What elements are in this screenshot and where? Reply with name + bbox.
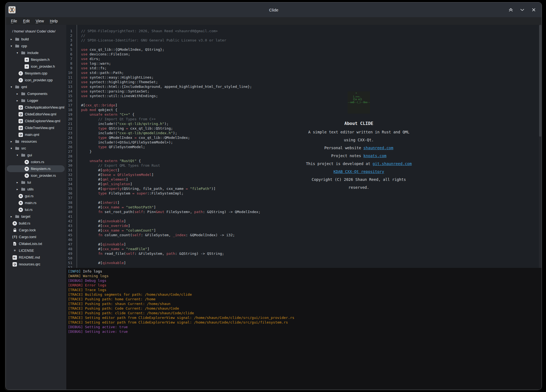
tree-item-label: icon_provider.h bbox=[31, 64, 55, 68]
tree-item-icon-provider-rs[interactable]: Ricon_provider.rs bbox=[7, 172, 65, 179]
about-line: This project is developed at git.shaunre… bbox=[302, 160, 416, 168]
menu-file[interactable]: File bbox=[8, 18, 20, 24]
tree-item-qml[interactable]: ▾qml bbox=[7, 83, 65, 90]
folder-icon bbox=[21, 99, 25, 102]
menu-edit[interactable]: Edit bbox=[21, 18, 32, 24]
text-file-icon bbox=[13, 242, 17, 246]
code-line: use syntect::highlighting::ThemeSet; bbox=[81, 80, 542, 84]
chevron-expanded-icon[interactable]: ▾ bbox=[11, 85, 15, 88]
tree-item-include[interactable]: ▾include bbox=[7, 49, 65, 56]
titlebar: Clide bbox=[6, 2, 542, 17]
about-link-git-shaunreed-com[interactable]: git.shaunreed.com bbox=[373, 161, 412, 166]
about-panel: * |.===. {}o o{} --ooO--(_)--Ooo-- About… bbox=[302, 91, 416, 191]
tree-item-label: CMakeLists.txt bbox=[19, 242, 42, 246]
tree-item-utils[interactable]: ▸utils bbox=[7, 186, 65, 193]
tree-item-src[interactable]: ▾src bbox=[7, 145, 65, 152]
line-number: 51 bbox=[66, 261, 72, 265]
code-line: // SPDX-FileCopyrightText: 2026, Shaun R… bbox=[81, 29, 542, 33]
tree-item-filesystem-rs[interactable]: Rfilesystem.rs bbox=[7, 165, 65, 172]
tree-item-components[interactable]: ▸Components bbox=[7, 90, 65, 97]
tree-item-clideexplorerview-qml[interactable]: QtClideExplorerView.qml bbox=[7, 118, 65, 124]
tree-item-icon-provider-cpp[interactable]: Cicon_provider.cpp bbox=[7, 77, 65, 83]
tree-item-cargo-lock[interactable]: Cargo.lock bbox=[7, 227, 65, 234]
tree-item-filesystem-h[interactable]: Hfilesystem.h bbox=[7, 56, 65, 63]
minimize-button[interactable] bbox=[520, 7, 525, 12]
line-number: 8 bbox=[66, 61, 72, 66]
line-number: 31 bbox=[66, 168, 72, 172]
folder-icon bbox=[15, 140, 19, 143]
tree-item-colors-rs[interactable]: Rcolors.rs bbox=[7, 158, 65, 165]
qt-file-icon: Qt bbox=[19, 105, 23, 110]
about-links: Personal website shaunreed.comProject no… bbox=[302, 144, 416, 176]
line-number: 23 bbox=[66, 131, 72, 135]
tree-item-label: filesystem.rs bbox=[31, 167, 50, 171]
tree-item-cmakelists-txt[interactable]: CMakeLists.txt bbox=[7, 240, 65, 247]
tree-item-resources[interactable]: ▸resources bbox=[7, 138, 65, 145]
tree-item-main-qml[interactable]: Qtmain.qml bbox=[7, 131, 65, 138]
tree-item-readme-md[interactable]: M↓README.md bbox=[7, 254, 65, 261]
tree-item-gui-rs[interactable]: Rgui.rs bbox=[7, 193, 65, 199]
chevron-collapsed-icon[interactable]: ▸ bbox=[11, 140, 15, 143]
code-line: #[qinvokable] bbox=[81, 261, 542, 265]
rust-file-icon: R bbox=[25, 160, 29, 164]
menu-view[interactable]: View bbox=[33, 18, 46, 24]
tree-item-icon-provider-h[interactable]: Hicon_provider.h bbox=[7, 63, 65, 70]
tree-item-label: tui bbox=[27, 180, 31, 184]
chevron-expanded-icon[interactable]: ▾ bbox=[11, 44, 15, 47]
tree-item-label: ClideApplicationView.qml bbox=[25, 105, 64, 109]
tree-item-label: include bbox=[27, 51, 38, 55]
tree-item-filesystem-cpp[interactable]: Cfilesystem.cpp bbox=[7, 70, 65, 77]
tree-item-label: resources.qrc bbox=[19, 262, 40, 266]
chevron-collapsed-icon[interactable]: ▸ bbox=[17, 188, 21, 191]
tree-item-build[interactable]: ▸build bbox=[7, 36, 65, 43]
tree-item-clideapplicationview-qml[interactable]: QtClideApplicationView.qml bbox=[7, 104, 65, 111]
tree-item-label: Cargo.toml bbox=[19, 235, 36, 239]
tree-item-target[interactable]: ▸target bbox=[7, 213, 65, 220]
code-editor[interactable]: 1234567891011121314151617181920212223242… bbox=[66, 25, 542, 268]
tree-item-label: LICENSE bbox=[19, 249, 34, 253]
tree-item-main-rs[interactable]: Rmain.rs bbox=[7, 199, 65, 206]
about-line: Project notes knoats.com bbox=[302, 152, 416, 160]
line-number: 10 bbox=[66, 70, 72, 75]
about-link-shaunreed-com[interactable]: shaunreed.com bbox=[363, 146, 393, 150]
line-number: 1 bbox=[66, 29, 72, 33]
chevron-collapsed-icon[interactable]: ▸ bbox=[11, 215, 15, 218]
folder-icon bbox=[15, 37, 19, 41]
chevron-collapsed-icon[interactable]: ▸ bbox=[17, 99, 21, 102]
tree-item-cargo-toml[interactable]: [T]Cargo.toml bbox=[7, 234, 65, 240]
close-button[interactable] bbox=[531, 7, 536, 12]
menu-help[interactable]: Help bbox=[47, 18, 60, 24]
log-line-trace: [TRACE] Trace logs bbox=[68, 288, 542, 292]
about-link-knoats-com[interactable]: knoats.com bbox=[363, 154, 386, 158]
tree-item-clideeditorview-qml[interactable]: QtClideEditorView.qml bbox=[7, 111, 65, 118]
tree-item-license[interactable]: ✶LICENSE bbox=[7, 247, 65, 254]
tree-item-logger[interactable]: ▸Logger bbox=[7, 97, 65, 104]
chevron-collapsed-icon[interactable]: ▸ bbox=[11, 38, 15, 41]
log-panel[interactable]: [INFO] Info logs[WARN] Warning logs[DEBU… bbox=[66, 268, 542, 390]
line-number: 43 bbox=[66, 223, 72, 228]
shade-button[interactable] bbox=[508, 7, 513, 12]
tree-item-clidetreeview-qml[interactable]: QtClideTreeView.qml bbox=[7, 124, 65, 131]
chevron-expanded-icon[interactable]: ▾ bbox=[11, 147, 15, 150]
tree-item-resources-qrc[interactable]: Qtresources.qrc bbox=[7, 261, 65, 268]
tree-item-build-rs[interactable]: Rbuild.rs bbox=[7, 220, 65, 227]
tree-item-tui-rs[interactable]: Rtui.rs bbox=[7, 206, 65, 213]
editor-scrollbar-thumb[interactable] bbox=[539, 25, 541, 137]
tree-item-gui[interactable]: ▾gui bbox=[7, 152, 65, 158]
chevron-expanded-icon[interactable]: ▾ bbox=[17, 154, 21, 157]
tree-item-label: icon_provider.cpp bbox=[25, 78, 53, 82]
tree-item-tui[interactable]: ▸tui bbox=[7, 179, 65, 186]
code-line: #[inherit] bbox=[81, 200, 542, 205]
line-number: 41 bbox=[66, 214, 72, 219]
line-number: 20 bbox=[66, 117, 72, 121]
line-number: 34 bbox=[66, 182, 72, 186]
about-link-kdab-cxx-qt-repository[interactable]: KDAB CXX-Qt repository bbox=[333, 169, 384, 174]
chevron-expanded-icon[interactable]: ▾ bbox=[17, 51, 21, 54]
log-line-warn: [WARN] Warning logs bbox=[68, 274, 542, 278]
tree-item-cpp[interactable]: ▾cpp bbox=[7, 43, 65, 49]
chevron-collapsed-icon[interactable]: ▸ bbox=[17, 92, 21, 95]
about-copyright: Copyright (C) 2026 Shaun Reed, all right… bbox=[302, 176, 416, 191]
editor-scrollbar-track[interactable] bbox=[539, 25, 542, 268]
chevron-collapsed-icon[interactable]: ▸ bbox=[17, 181, 21, 184]
line-number: 50 bbox=[66, 256, 72, 261]
